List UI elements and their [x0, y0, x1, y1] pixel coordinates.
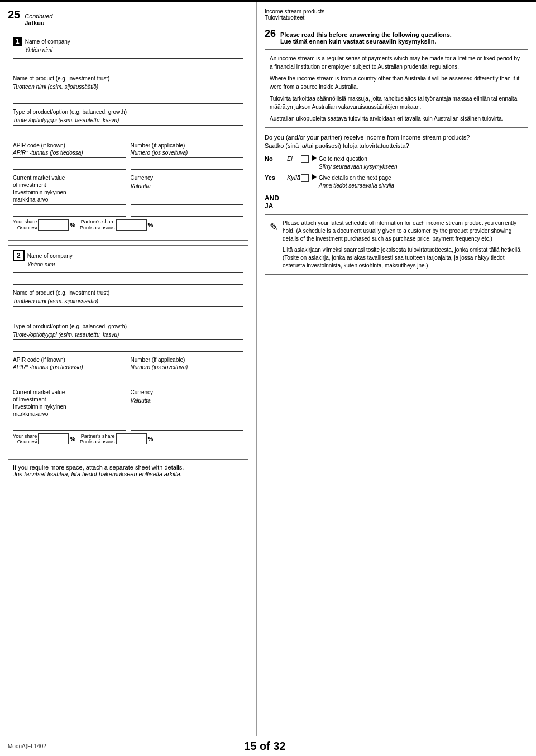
s1-your-share-label: Your share Osuutesi	[13, 219, 37, 231]
q26-text-en: Please read this before answering the fo…	[280, 31, 452, 38]
right-header-line1: Income stream products	[265, 8, 528, 15]
s2-product-name-group: Name of product (e.g. investment trust) …	[13, 289, 243, 318]
s1-partners-share-cell: Partner's share Puolisosi osuus %	[80, 219, 153, 231]
s2-product-type-group: Type of product/option (e.g. balanced, g…	[13, 323, 243, 352]
question-26-header: 26 Please read this before answering the…	[265, 28, 528, 45]
note-text-fi: Liitä asiakirjaan viimeksi saamasi tosit…	[283, 246, 523, 270]
s2-your-share-cell: Your share Osuutesi %	[13, 433, 75, 446]
s2-partners-share-input[interactable]	[116, 433, 147, 444]
right-header-line2: Tulovirtatuotteet	[265, 15, 528, 21]
s2-market-input-wrap	[13, 419, 126, 431]
question-text-en: Do you (and/or your partner) receive inc…	[265, 133, 528, 142]
more-space-text-en: If you require more space, attach a sepa…	[13, 464, 243, 471]
s1-product-name-input[interactable]	[13, 92, 243, 104]
s2-company-input[interactable]	[13, 272, 243, 285]
s2-apir-input-wrap	[13, 372, 126, 384]
s1-company-input-group	[13, 58, 243, 70]
s1-partners-share-label: Partner's share Puolisosi osuus	[80, 219, 115, 231]
section-2-number: 2	[13, 250, 25, 261]
right-header: Income stream products Tulovirtatuotteet	[265, 8, 528, 23]
s2-product-type-input[interactable]	[13, 339, 243, 352]
q26-text-block: Please read this before answering the fo…	[280, 31, 452, 45]
s1-apir-group: APIR code (if known) APIR* -tunnus (jos …	[13, 142, 243, 170]
s1-partners-share-percent: %	[148, 222, 154, 228]
answer-yes-label-en: Yes	[265, 174, 287, 181]
s1-product-name-group: Name of product (e.g. investment trust) …	[13, 75, 243, 104]
s1-market-value-input[interactable]	[13, 204, 126, 217]
s1-market-value-group: Current market value of investment Inves…	[13, 174, 243, 231]
note-text-content: Please attach your latest schedule of in…	[283, 219, 523, 270]
s1-apir-input-wrap	[13, 157, 126, 170]
no-arrow-icon	[312, 155, 317, 161]
s1-market-input-wrap	[13, 204, 126, 217]
s1-number-label: Number (if applicable) Numero (jos sovel…	[131, 142, 244, 156]
s1-market-value-left: Current market value of investment Inves…	[13, 174, 126, 204]
s2-partners-share-label: Partner's share Puolisosi osuus	[80, 433, 115, 446]
note-box: ✎ Please attach your latest schedule of …	[265, 214, 528, 275]
continued-fi: Jatkuu	[25, 20, 52, 26]
s1-partners-share-input[interactable]	[116, 219, 147, 231]
s1-currency-input[interactable]	[131, 204, 244, 217]
s2-market-value-row: Current market value of investment Inves…	[13, 389, 243, 419]
s2-share-row: Your share Osuutesi % Partner's share Pu…	[13, 433, 243, 446]
note-text-en: Please attach your latest schedule of in…	[283, 219, 523, 243]
s2-market-value-group: Current market value of investment Inves…	[13, 389, 243, 446]
info-box: An income stream is a regular series of …	[265, 49, 528, 128]
s1-apir-input[interactable]	[13, 157, 126, 170]
s2-market-value-input[interactable]	[13, 419, 126, 431]
no-checkbox[interactable]	[301, 155, 309, 163]
section-1-header: 1 Name of company Yhtiön nimi	[13, 37, 243, 55]
s2-partners-share-percent: %	[148, 436, 154, 442]
no-directions: Go to next question Siirry seuraavaan ky…	[319, 155, 398, 171]
s2-number-input[interactable]	[131, 372, 244, 384]
s1-product-type-input[interactable]	[13, 125, 243, 137]
s1-your-share-input[interactable]	[38, 219, 69, 231]
info-para-3: Tulovirta tarkoittaa säännöllisiä maksuj…	[270, 94, 523, 111]
s1-currency-right: Currency Valuutta	[131, 174, 244, 204]
section-1-number: 1	[13, 37, 22, 46]
answer-no-label-en: No	[265, 155, 287, 162]
s2-your-share-input[interactable]	[38, 433, 69, 444]
s2-partners-share-cell: Partner's share Puolisosi osuus %	[80, 433, 153, 446]
and-block: AND JA	[265, 194, 528, 210]
s1-company-input[interactable]	[13, 58, 243, 70]
section-2-company-label: Name of company Yhtiön nimi	[27, 252, 73, 269]
note-pencil-icon: ✎	[270, 221, 278, 270]
yes-directions: Give details on the next page Anna tiedo…	[319, 174, 394, 190]
yes-checkbox[interactable]	[301, 174, 309, 182]
answer-yes-label-fi: Kyllä	[287, 174, 301, 181]
footer-code: Mod(iA)FI.1402	[8, 743, 46, 749]
and-label-en: AND	[265, 194, 528, 202]
page-number: 25	[8, 8, 20, 21]
main-content: 25 Continued Jatkuu 1 Name of company Yh…	[0, 2, 536, 736]
s1-product-type-group: Type of product/option (e.g. balanced, g…	[13, 108, 243, 137]
info-para-1: An income stream is a regular series of …	[270, 54, 523, 71]
s1-apir-input-row	[13, 157, 243, 170]
s2-company-input-group	[13, 272, 243, 285]
info-para-2: Where the income stream is from a countr…	[270, 74, 523, 91]
s1-market-value-row: Current market value of investment Inves…	[13, 174, 243, 204]
more-space-box: If you require more space, attach a sepa…	[8, 459, 248, 482]
more-space-text-fi: Jos tarvitset lisätilaa, liitä tiedot ha…	[13, 471, 243, 477]
s1-your-share-cell: Your share Osuutesi %	[13, 219, 75, 231]
s1-number-input[interactable]	[131, 157, 244, 170]
answer-no-row: No Ei Go to next question Siirry seuraav…	[265, 155, 528, 171]
s2-apir-input-row	[13, 372, 243, 384]
left-header: 25 Continued Jatkuu	[8, 8, 248, 26]
continued-block: Continued Jatkuu	[25, 13, 52, 26]
section-2-box: 2 Name of company Yhtiön nimi Name of pr…	[8, 245, 248, 455]
continued-en: Continued	[25, 13, 52, 20]
question-body: Do you (and/or your partner) receive inc…	[265, 133, 528, 151]
section-1-company-label: Name of company Yhtiön nimi	[25, 38, 70, 55]
footer: Mod(iA)FI.1402 15 of 32	[0, 736, 536, 756]
s2-market-currency-input-row	[13, 419, 243, 431]
s2-your-share-label: Your share Osuutesi	[13, 433, 37, 446]
yes-arrow-icon	[312, 174, 317, 180]
s2-currency-input[interactable]	[131, 419, 244, 431]
right-column: Income stream products Tulovirtatuotteet…	[257, 2, 536, 736]
s2-product-name-input[interactable]	[13, 306, 243, 318]
s2-apir-label: APIR code (if known) APIR* -tunnus (jos …	[13, 356, 126, 371]
s2-apir-input[interactable]	[13, 372, 126, 384]
answer-yes-row: Yes Kyllä Give details on the next page …	[265, 174, 528, 190]
s1-apir-label: APIR code (if known) APIR* -tunnus (jos …	[13, 142, 126, 156]
